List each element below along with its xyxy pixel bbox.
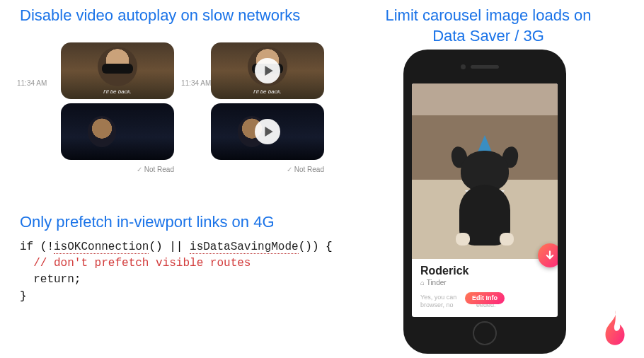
profile-info: Roderick ⌂ Tinder [412, 259, 558, 289]
profile-photo[interactable] [412, 83, 558, 259]
chat-col-paused: I'll be back. Not Read [192, 42, 327, 173]
phone-speaker-icon [471, 65, 499, 69]
code-text: ()) { [299, 241, 333, 253]
play-icon [264, 66, 274, 76]
code-text: } [20, 290, 27, 303]
face-icon [88, 116, 116, 147]
code-fn: isDataSavingMode [190, 241, 299, 254]
code-text: ; [74, 273, 81, 286]
phone-frame: Roderick ⌂ Tinder Yes, you can in your b… [403, 50, 566, 354]
profile-subtitle: ⌂ Tinder [420, 279, 549, 287]
party-hat-icon [478, 135, 492, 152]
footer-text: Yes, you can [420, 294, 456, 301]
video-caption: I'll be back. [103, 88, 132, 95]
code-keyword: if [20, 241, 33, 253]
code-text: (! [33, 241, 54, 253]
code-fn: isOKConnection [54, 241, 149, 254]
play-button[interactable] [255, 119, 280, 144]
code-keyword: return [20, 273, 74, 286]
svg-marker-0 [265, 66, 272, 76]
dog-illustration [446, 139, 524, 246]
svg-marker-1 [265, 127, 272, 137]
phone-screen: Roderick ⌂ Tinder Yes, you can in your b… [412, 83, 558, 317]
heading-carousel: Limit carousel image loads on Data Saver… [368, 6, 609, 46]
play-icon [264, 127, 274, 137]
heading-prefetch: Only prefetch in-viewport links on 4G [20, 212, 275, 233]
play-button[interactable] [255, 58, 280, 83]
code-text: () || [149, 241, 190, 253]
footer-text: browser, no [420, 301, 454, 308]
read-status: Not Read [42, 166, 174, 173]
chat-message-video [211, 103, 324, 160]
video-caption: I'll be back. [253, 88, 282, 95]
chat-message-video: I'll be back. [61, 42, 174, 99]
edit-info-button[interactable]: Edit Info [465, 292, 505, 305]
code-comment: // don't prefetch visible routes [20, 257, 251, 270]
profile-name: Roderick [420, 265, 549, 277]
chat-message-video [61, 103, 174, 160]
swipe-down-button[interactable] [538, 243, 558, 267]
chat-examples: I'll be back. Not Read I'll be back. Not… [42, 42, 327, 173]
chat-message-video: I'll be back. [211, 42, 324, 99]
heading-autoplay: Disable video autoplay on slow networks [20, 6, 300, 26]
phone-camera-icon [461, 64, 466, 69]
tinder-logo-icon [599, 308, 631, 347]
sunglasses-icon [102, 64, 133, 74]
home-button[interactable] [473, 321, 497, 345]
code-snippet: if (!isOKConnection() || isDataSavingMod… [20, 239, 333, 305]
arrow-down-icon [545, 250, 555, 260]
read-status: Not Read [192, 166, 324, 173]
profile-footer: Yes, you can in your browser, no eeded. … [412, 289, 558, 317]
dog-paw-icon [500, 233, 514, 246]
dog-paw-icon [456, 233, 470, 246]
chat-col-autoplay: I'll be back. Not Read [42, 42, 177, 173]
